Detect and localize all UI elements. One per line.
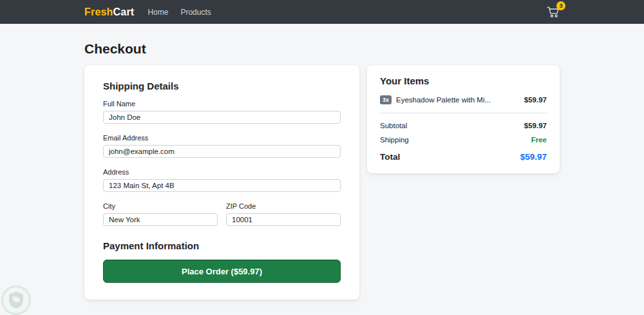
nav-link-products[interactable]: Products xyxy=(180,8,211,17)
email-label: Email Address xyxy=(103,134,341,142)
address-input[interactable] xyxy=(103,179,341,192)
total-value: $59.97 xyxy=(520,152,547,162)
subtotal-value: $59.97 xyxy=(524,122,547,129)
email-input[interactable] xyxy=(103,145,341,158)
full-name-label: Full Name xyxy=(103,100,341,108)
total-row: Total $59.97 xyxy=(380,152,547,162)
place-order-button[interactable]: Place Order ($59.97) xyxy=(103,260,341,283)
subtotal-label: Subtotal xyxy=(380,122,407,129)
nav-links: Home Products xyxy=(147,8,211,17)
top-navbar: FreshCart Home Products 3 xyxy=(0,0,644,24)
main-content: Checkout Shipping Details Full Name Emai… xyxy=(84,41,560,300)
city-label: City xyxy=(103,202,218,210)
payment-information-heading: Payment Information xyxy=(103,240,341,252)
item-title: Eyeshadow Palette with Mi... xyxy=(396,96,491,104)
cart-count-badge: 3 xyxy=(556,1,565,10)
city-input[interactable] xyxy=(103,213,218,226)
brand-logo[interactable]: FreshCart xyxy=(84,6,134,18)
shipping-label: Shipping xyxy=(380,136,409,144)
brand-suffix: Cart xyxy=(113,6,135,17)
shipping-details-heading: Shipping Details xyxy=(103,81,341,92)
subtotal-row: Subtotal $59.97 xyxy=(380,122,547,129)
page-title: Checkout xyxy=(84,41,560,57)
cart-button[interactable]: 3 xyxy=(547,6,560,19)
zip-input[interactable] xyxy=(226,213,341,226)
address-label: Address xyxy=(103,168,341,176)
shipping-form: Full Name Email Address Address City xyxy=(103,100,341,226)
total-label: Total xyxy=(380,152,400,162)
brand-prefix: Fresh xyxy=(84,6,113,17)
shield-watermark-icon xyxy=(1,285,31,315)
watermark-logo xyxy=(1,285,35,315)
shipping-row: Shipping Free xyxy=(380,136,547,144)
full-name-input[interactable] xyxy=(103,111,341,124)
your-items-heading: Your Items xyxy=(380,75,547,87)
shopping-cart-icon xyxy=(547,10,560,21)
summary-divider xyxy=(380,113,547,113)
order-summary-card: Your Items 3x Eyeshadow Palette with Mi.… xyxy=(367,65,560,173)
item-quantity-badge: 3x xyxy=(380,95,392,104)
cart-item-row: 3x Eyeshadow Palette with Mi... $59.97 xyxy=(380,95,547,113)
item-price: $59.97 xyxy=(524,96,547,104)
nav-link-home[interactable]: Home xyxy=(147,8,168,17)
checkout-form-card: Shipping Details Full Name Email Address… xyxy=(84,65,359,300)
zip-label: ZIP Code xyxy=(226,202,341,210)
shipping-value: Free xyxy=(531,136,547,144)
